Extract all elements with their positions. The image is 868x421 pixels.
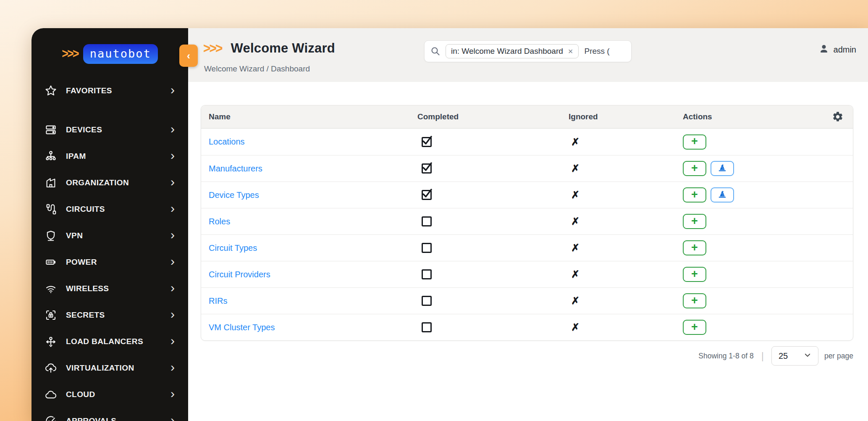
per-page-label: per page (824, 352, 853, 360)
row-link-circuit-types[interactable]: Circuit Types (209, 243, 257, 253)
chevron-right-icon: › (170, 255, 175, 268)
chevron-down-icon (804, 351, 811, 361)
pagination-divider: | (761, 350, 764, 362)
table-settings-button[interactable] (832, 111, 844, 123)
add-button[interactable]: + (683, 134, 706, 150)
breadcrumb: Welcome Wizard / Dashboard (204, 64, 310, 74)
column-header-ignored: Ignored (569, 112, 683, 121)
sidebar-item-virtualization[interactable]: VIRTUALIZATION › (31, 355, 188, 381)
chevron-right-icon: › (170, 229, 175, 241)
sidebar-item-load-balancers[interactable]: LOAD BALANCERS › (31, 328, 188, 355)
table-row: RIRs ✗ + (201, 287, 853, 314)
table-row: Circuit Providers ✗ + (201, 261, 853, 287)
completed-checkbox (422, 137, 432, 147)
chip-close-icon[interactable]: × (568, 47, 573, 55)
main-content: >>> Welcome Wizard Welcome Wizard / Dash… (188, 28, 868, 421)
row-link-vm-cluster-types[interactable]: VM Cluster Types (209, 323, 275, 332)
row-link-roles[interactable]: Roles (209, 217, 230, 226)
table-row: Circuit Types ✗ + (201, 234, 853, 261)
chevron-right-icon: › (170, 123, 175, 135)
user-menu[interactable]: admin (818, 43, 856, 56)
circuits-icon (44, 203, 58, 216)
sidebar-item-wireless[interactable]: WIRELESS › (31, 275, 188, 302)
row-link-device-types[interactable]: Device Types (209, 190, 259, 200)
organization-icon (44, 176, 58, 189)
user-icon (818, 43, 829, 56)
sidebar-item-organization[interactable]: ORGANIZATION › (31, 169, 188, 196)
chevron-right-icon: › (170, 334, 175, 347)
table-row: VM Cluster Types ✗ + (201, 314, 853, 340)
sidebar-item-power[interactable]: POWER › (31, 249, 188, 275)
row-link-manufacturers[interactable]: Manufacturers (209, 164, 262, 173)
table-header-row: Name Completed Ignored Actions (201, 105, 853, 129)
add-button[interactable]: + (683, 293, 706, 308)
vpn-icon (44, 229, 58, 242)
completed-checkbox (422, 322, 432, 332)
row-link-circuit-providers[interactable]: Circuit Providers (209, 270, 270, 279)
ipam-icon (44, 150, 58, 163)
column-header-completed: Completed (417, 112, 569, 121)
row-link-rirs[interactable]: RIRs (209, 296, 227, 305)
sidebar-item-favorites[interactable]: FAVORITES › (31, 77, 188, 104)
chevron-right-icon: › (170, 387, 175, 400)
load-balancers-icon (44, 335, 58, 348)
welcome-wizard-table: Name Completed Ignored Actions Locations… (201, 105, 853, 341)
sidebar-item-cloud[interactable]: CLOUD › (31, 381, 188, 408)
chevron-right-icon: › (170, 414, 175, 421)
chevron-right-icon: › (170, 176, 175, 188)
chevron-right-icon: › (170, 361, 175, 374)
wizard-hat-icon (718, 163, 727, 174)
table-row: Device Types ✗ + (201, 182, 853, 208)
add-button[interactable]: + (683, 214, 706, 229)
sidebar-item-devices[interactable]: DEVICES › (31, 116, 188, 143)
sidebar-collapse-button[interactable]: ‹ (179, 45, 198, 67)
chevron-right-icon: › (170, 202, 175, 215)
chevron-right-icon: › (170, 282, 175, 294)
gear-icon (832, 111, 844, 123)
pagination-status: Showing 1-8 of 8 (698, 352, 753, 360)
topbar: >>> Welcome Wizard Welcome Wizard / Dash… (188, 28, 868, 82)
table-row: Roles ✗ + (201, 208, 853, 234)
search-filter-chip: in: Welcome Wizard Dashboard × (446, 44, 579, 58)
wizard-import-button[interactable] (711, 187, 734, 203)
wireless-icon (44, 282, 58, 295)
sidebar-item-secrets[interactable]: SECRETS › (31, 302, 188, 328)
approvals-icon (44, 414, 58, 421)
add-button[interactable]: + (683, 240, 706, 255)
ignored-x-mark: ✗ (571, 189, 580, 200)
nautobot-logo[interactable]: >>> nautobot (31, 41, 188, 67)
completed-checkbox (422, 190, 432, 200)
chevron-right-icon: › (170, 308, 175, 321)
add-button[interactable]: + (683, 187, 706, 203)
star-icon (44, 84, 58, 97)
column-header-actions: Actions (683, 112, 853, 121)
cloud-icon (44, 388, 58, 401)
add-button[interactable]: + (683, 267, 706, 282)
sidebar-item-approvals[interactable]: APPROVALS › (31, 408, 188, 421)
sidebar-item-circuits[interactable]: CIRCUITS › (31, 196, 188, 222)
completed-checkbox (422, 216, 432, 226)
virtualization-icon (44, 361, 58, 375)
completed-checkbox (422, 163, 432, 174)
global-search-input[interactable]: in: Welcome Wizard Dashboard × Press ( (424, 40, 632, 62)
secrets-icon (44, 308, 58, 322)
chevron-left-icon: ‹ (187, 50, 190, 62)
add-button[interactable]: + (683, 320, 706, 335)
sidebar-item-ipam[interactable]: IPAM › (31, 143, 188, 169)
wizard-import-button[interactable] (711, 161, 734, 176)
sidebar-item-vpn[interactable]: VPN › (31, 222, 188, 249)
title-chevrons-icon: >>> (203, 40, 222, 56)
per-page-select[interactable]: 25 (771, 346, 818, 366)
app-window: >>> nautobot FAVORITES › DEVICES › IPAM … (31, 28, 868, 421)
search-icon (430, 46, 441, 56)
devices-icon (44, 123, 58, 137)
sidebar-menu: FAVORITES › DEVICES › IPAM › ORGANIZATIO… (31, 77, 188, 421)
pagination: Showing 1-8 of 8 | 25 per page (698, 346, 853, 366)
table-row: Manufacturers ✗ + (201, 155, 853, 182)
ignored-x-mark: ✗ (571, 216, 580, 227)
row-link-locations[interactable]: Locations (209, 137, 245, 146)
search-shortcut-hint: Press ( (585, 47, 610, 56)
add-button[interactable]: + (683, 161, 706, 176)
ignored-x-mark: ✗ (571, 136, 580, 147)
username: admin (834, 45, 856, 55)
